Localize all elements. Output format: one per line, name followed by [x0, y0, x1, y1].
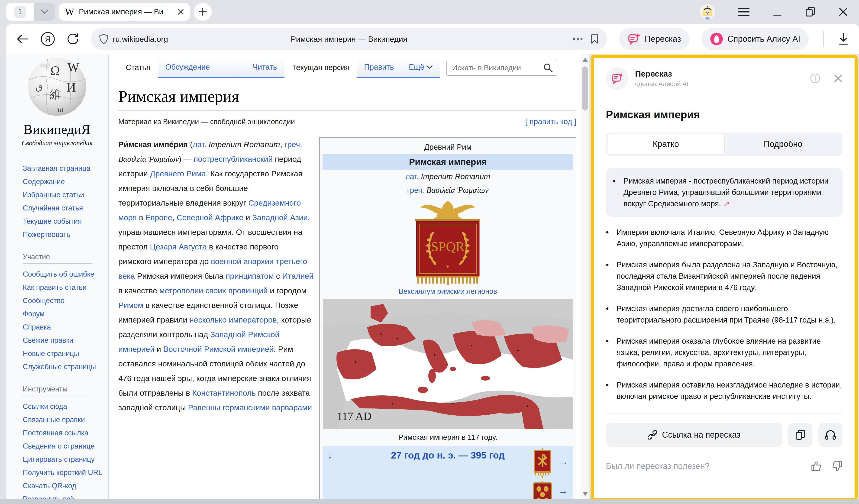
article-link[interactable]: Константинополь: [192, 388, 256, 397]
ask-alice-button[interactable]: Спросить Алису AI: [702, 28, 809, 50]
thumbs-up-icon[interactable]: [811, 461, 822, 472]
tab-detailed[interactable]: Подробно: [725, 134, 841, 155]
close-tab-icon[interactable]: [178, 9, 184, 15]
user-avatar[interactable]: [700, 4, 715, 19]
sidebar-link[interactable]: Текущие события: [23, 215, 108, 228]
browser-tab[interactable]: W Римская империя — Ви: [59, 3, 190, 21]
chevron-down-icon: [41, 9, 48, 14]
tab-group-chevron-button[interactable]: [34, 3, 55, 21]
address-bar[interactable]: ru.wikipedia.org Римская империя — Викип…: [91, 28, 607, 50]
thumbs-down-icon[interactable]: [832, 461, 843, 472]
more-extensions-icon[interactable]: [573, 37, 583, 40]
listen-summary-button[interactable]: [818, 423, 843, 447]
tab-edit[interactable]: Править: [357, 57, 402, 78]
empire-map-image[interactable]: 117 AD: [323, 299, 573, 429]
sidebar-link[interactable]: Сведения о странице: [23, 440, 108, 453]
article-link[interactable]: Западной Азии: [252, 213, 308, 222]
sidebar-link[interactable]: Сообщество: [23, 294, 108, 307]
wikipedia-wordmark[interactable]: ВикипедиЯ: [6, 122, 108, 137]
summary-bullet-highlighted[interactable]: Римская империя - постреспубликанский пе…: [606, 168, 843, 217]
sidebar-link[interactable]: Сообщить об ошибке: [23, 268, 108, 281]
article-link[interactable]: Древнего Рима: [150, 169, 206, 178]
security-shield-icon[interactable]: [99, 34, 108, 44]
sidebar-nav: Заглавная страницаСодержаниеИзбранные ст…: [6, 162, 108, 499]
sidebar-link[interactable]: Новые страницы: [23, 347, 108, 360]
article-link[interactable]: Равенны: [188, 403, 220, 412]
wiki-search-input[interactable]: [447, 60, 557, 76]
article-link[interactable]: принципатом: [226, 272, 274, 280]
close-panel-icon[interactable]: [834, 74, 843, 83]
sidebar-link[interactable]: Избранные статьи: [23, 188, 108, 201]
source-link-arrow-icon[interactable]: ↗: [723, 199, 730, 208]
timeline-next-arrow-2[interactable]: →: [558, 485, 568, 497]
article-link[interactable]: лат.: [405, 172, 419, 181]
restore-window-icon[interactable]: [805, 7, 815, 17]
new-tab-button[interactable]: [194, 3, 212, 21]
scrollbar-up-arrow[interactable]: [583, 58, 588, 62]
downloads-icon[interactable]: [838, 33, 849, 45]
sidebar-link[interactable]: Получить короткий URL: [23, 466, 108, 479]
close-window-icon[interactable]: [839, 7, 848, 16]
tab-talk[interactable]: Обсуждение: [158, 57, 217, 78]
dotted-banner-image[interactable]: [531, 481, 554, 499]
tab-read[interactable]: Читать: [245, 57, 285, 78]
vexillum-caption-link[interactable]: Вексиллум римских легионов: [322, 285, 573, 296]
wiki-scrollbar[interactable]: [581, 54, 589, 499]
sidebar-link[interactable]: Постоянная ссылка: [23, 426, 108, 440]
article-link[interactable]: германскими варварами: [223, 403, 312, 412]
article-link[interactable]: Италией: [282, 272, 314, 280]
sidebar-link[interactable]: Развернуть всё: [23, 492, 108, 499]
tab-article[interactable]: Статья: [118, 57, 158, 78]
scrollbar-down-arrow[interactable]: [583, 492, 588, 496]
article-link[interactable]: Восточной Римской империей: [163, 345, 274, 353]
article-link[interactable]: Римом: [118, 301, 143, 309]
bookmark-icon[interactable]: [591, 34, 599, 44]
reload-icon[interactable]: [67, 33, 79, 45]
article-link[interactable]: греч.: [407, 186, 424, 195]
labarum-banner-image[interactable]: [531, 448, 554, 478]
copy-summary-button[interactable]: [788, 423, 812, 447]
sidebar-link[interactable]: Форум: [23, 307, 108, 320]
sidebar-link[interactable]: Случайная статья: [23, 201, 108, 215]
infobox-timeline: ↓ 27 год до н. э. — 395 год: [322, 446, 573, 499]
tab-counter[interactable]: 1: [6, 3, 34, 21]
browser-menu-icon[interactable]: [738, 7, 750, 16]
article-link[interactable]: несколько императоров: [190, 315, 277, 324]
sidebar-link[interactable]: Связанные правки: [23, 413, 108, 426]
tab-more[interactable]: Ещё: [402, 57, 440, 78]
wikipedia-globe-logo[interactable]: Ω W И 維 ق ω: [26, 57, 88, 119]
article-link[interactable]: Северной Африке: [177, 213, 243, 222]
sidebar-link[interactable]: Справка: [23, 320, 108, 334]
yandex-home-icon[interactable]: Я: [40, 32, 55, 46]
sidebar-link[interactable]: Служебные страницы: [23, 360, 108, 373]
sidebar-link[interactable]: Пожертвовать: [23, 228, 108, 241]
sidebar-link[interactable]: Цитировать страницу: [23, 453, 108, 466]
sidebar-link[interactable]: Заглавная страница: [23, 162, 108, 175]
article-link[interactable]: Цезаря Августа: [150, 242, 207, 251]
minimize-window-icon[interactable]: [773, 7, 782, 16]
retell-link-button[interactable]: Ссылка на пересказ: [606, 423, 782, 447]
article-link[interactable]: лат.: [193, 140, 206, 149]
search-icon[interactable]: [543, 63, 553, 73]
edit-source-link[interactable]: [ править код ]: [525, 117, 576, 126]
article-link[interactable]: греч.: [285, 140, 302, 149]
sidebar-link[interactable]: Содержание: [23, 175, 108, 188]
tab-brief[interactable]: Кратко: [607, 134, 725, 155]
back-icon[interactable]: [16, 34, 28, 44]
timeline-next-arrow[interactable]: →: [558, 456, 568, 467]
sidebar-link[interactable]: Скачать QR-код: [23, 479, 108, 492]
retell-button[interactable]: Пересказ: [619, 28, 689, 50]
spqr-vexillum-image[interactable]: SPQR: [409, 199, 486, 285]
address-url[interactable]: ru.wikipedia.org: [113, 34, 168, 44]
tab-current-version[interactable]: Текущая версия: [285, 57, 357, 78]
tab-group-control[interactable]: 1: [6, 3, 55, 21]
info-icon[interactable]: [810, 73, 820, 83]
sidebar-link[interactable]: Ссылки сюда: [23, 400, 108, 413]
article-link[interactable]: метрополии своих провинций: [160, 286, 268, 295]
sidebar-link[interactable]: Как править статьи: [23, 281, 108, 294]
sidebar-link[interactable]: Свежие правки: [23, 334, 108, 347]
article-link[interactable]: Европе: [145, 213, 172, 222]
article-link[interactable]: постреспубликанский: [194, 155, 273, 163]
scrollbar-thumb[interactable]: [582, 66, 588, 110]
wiki-search[interactable]: [447, 60, 557, 76]
